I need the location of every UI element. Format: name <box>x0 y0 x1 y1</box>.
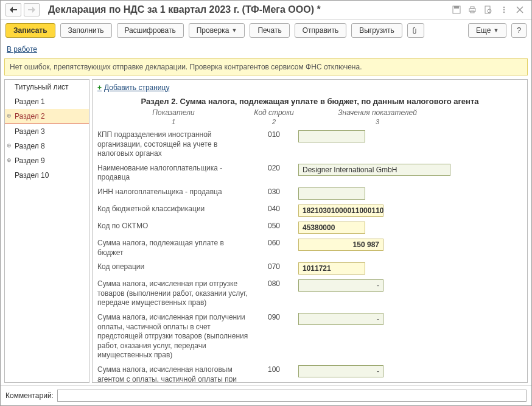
row-label: Сумма налога, исчисленная при получении … <box>97 313 250 360</box>
send-button[interactable]: Отправить <box>295 23 347 38</box>
row-value-field[interactable]: 18210301000011000110 <box>298 205 383 217</box>
export-button[interactable]: Выгрузить <box>351 23 402 38</box>
svg-rect-5 <box>485 6 490 13</box>
close-icon[interactable] <box>513 3 527 16</box>
form-row: Сумма налога, подлежащая уплате в бюджет… <box>97 239 522 257</box>
col-sub-3: 3 <box>298 118 457 125</box>
more-button[interactable]: Еще ▼ <box>468 23 506 38</box>
row-label: Код бюджетной классификации <box>97 205 250 214</box>
preview-icon[interactable] <box>481 3 495 16</box>
form-row: Сумма налога, исчисленная при получении … <box>97 313 522 360</box>
col-header-1: Показатели <box>97 108 250 117</box>
svg-point-9 <box>503 12 505 13</box>
chevron-down-icon: ▼ <box>231 27 237 33</box>
row-code: 100 <box>250 365 298 374</box>
form-row: Код по ОКТМО05045380000 <box>97 222 522 234</box>
row-label: Наименование налогоплательщика - продавц… <box>97 164 250 183</box>
row-value-field[interactable]: - <box>298 313 383 325</box>
print-icon[interactable] <box>466 3 479 16</box>
sidebar-item[interactable]: Раздел 10 <box>5 168 89 183</box>
row-code: 080 <box>250 279 298 288</box>
window-title: Декларация по НДС за 1 квартал 2023 г. (… <box>42 4 447 15</box>
more-label: Еще <box>476 26 491 35</box>
sidebar-item[interactable]: Раздел 8 <box>5 139 89 153</box>
row-value-field[interactable] <box>298 187 365 200</box>
sidebar-item[interactable]: Раздел 2 <box>5 109 89 124</box>
nav-back-button[interactable] <box>5 3 21 16</box>
row-label: Сумма налога, исчисленная при отгрузке т… <box>97 279 250 308</box>
decrypt-button[interactable]: Расшифровать <box>117 23 184 38</box>
col-header-2: Код строки <box>250 108 298 117</box>
col-header-3: Значения показателей <box>298 108 457 117</box>
row-code: 060 <box>250 239 298 247</box>
chevron-down-icon: ▼ <box>493 27 499 33</box>
check-label: Проверка <box>197 26 229 35</box>
form-row: ИНН налогоплательщика - продавца030 <box>97 187 522 200</box>
form-row: Сумма налога, исчисленная налоговым аген… <box>97 365 522 383</box>
add-page-link[interactable]: + Добавить страницу <box>97 82 169 93</box>
form-row: Код бюджетной классификации0401821030100… <box>97 205 522 217</box>
row-value-field[interactable]: 1011721 <box>298 262 365 275</box>
sidebar-item[interactable]: Титульный лист <box>5 80 89 94</box>
record-button[interactable]: Записать <box>5 23 55 38</box>
comment-input[interactable] <box>57 390 527 402</box>
col-sub-1: 1 <box>97 118 250 125</box>
add-page-label: Добавить страницу <box>104 83 169 92</box>
row-code: 010 <box>250 130 298 139</box>
content-panel: + Добавить страницу Раздел 2. Сумма нало… <box>92 79 528 383</box>
row-code: 050 <box>250 222 298 230</box>
row-code: 040 <box>250 205 298 213</box>
svg-point-8 <box>503 9 505 10</box>
form-row: Сумма налога, исчисленная при отгрузке т… <box>97 279 522 308</box>
row-code: 030 <box>250 187 298 196</box>
check-button[interactable]: Проверка ▼ <box>189 23 245 38</box>
kebab-icon[interactable] <box>497 3 511 16</box>
row-label: Сумма налога, исчисленная налоговым аген… <box>97 365 250 383</box>
row-value-field[interactable]: Designer International GmbH <box>298 164 450 176</box>
row-label: Код по ОКТМО <box>97 222 250 231</box>
row-value-field[interactable]: 45380000 <box>298 222 365 234</box>
svg-rect-3 <box>471 7 474 9</box>
row-value-field[interactable] <box>298 130 365 142</box>
status-link[interactable]: В работе <box>1 41 531 57</box>
row-label: КПП подразделения иностранной организаци… <box>97 130 250 159</box>
plus-icon: + <box>97 83 102 92</box>
form-row: КПП подразделения иностранной организаци… <box>97 130 522 159</box>
comment-label: Комментарий: <box>5 391 54 400</box>
section-title: Раздел 2. Сумма налога, подлежащая уплат… <box>97 93 522 108</box>
attach-button[interactable] <box>407 23 424 38</box>
nav-forward-button <box>24 3 40 16</box>
fill-button[interactable]: Заполнить <box>60 23 112 38</box>
save-icon[interactable] <box>450 3 463 16</box>
info-bar: Нет ошибок, препятствующих отправке декл… <box>4 58 528 75</box>
row-label: Код операции <box>97 262 250 272</box>
row-value-field[interactable]: - <box>298 365 383 377</box>
row-label: ИНН налогоплательщика - продавца <box>97 187 250 197</box>
form-row: Наименование налогоплательщика - продавц… <box>97 164 522 183</box>
sidebar-item[interactable]: Раздел 3 <box>5 124 89 139</box>
svg-point-7 <box>503 7 505 8</box>
print-button[interactable]: Печать <box>250 23 289 38</box>
row-code: 020 <box>250 164 298 172</box>
row-code: 070 <box>250 262 298 271</box>
help-button[interactable]: ? <box>511 23 527 38</box>
sidebar-item[interactable]: Раздел 9 <box>5 153 89 168</box>
row-value-field[interactable]: 150 987 <box>298 239 383 251</box>
svg-rect-1 <box>454 6 459 9</box>
sidebar: Титульный листРаздел 1Раздел 2Раздел 3Ра… <box>4 79 89 383</box>
row-label: Сумма налога, подлежащая уплате в бюджет <box>97 239 250 257</box>
row-value-field[interactable]: - <box>298 279 383 292</box>
sidebar-item[interactable]: Раздел 1 <box>5 94 89 109</box>
form-row: Код операции0701011721 <box>97 262 522 275</box>
row-code: 090 <box>250 313 298 321</box>
svg-point-6 <box>488 9 491 13</box>
col-sub-2: 2 <box>250 118 298 125</box>
